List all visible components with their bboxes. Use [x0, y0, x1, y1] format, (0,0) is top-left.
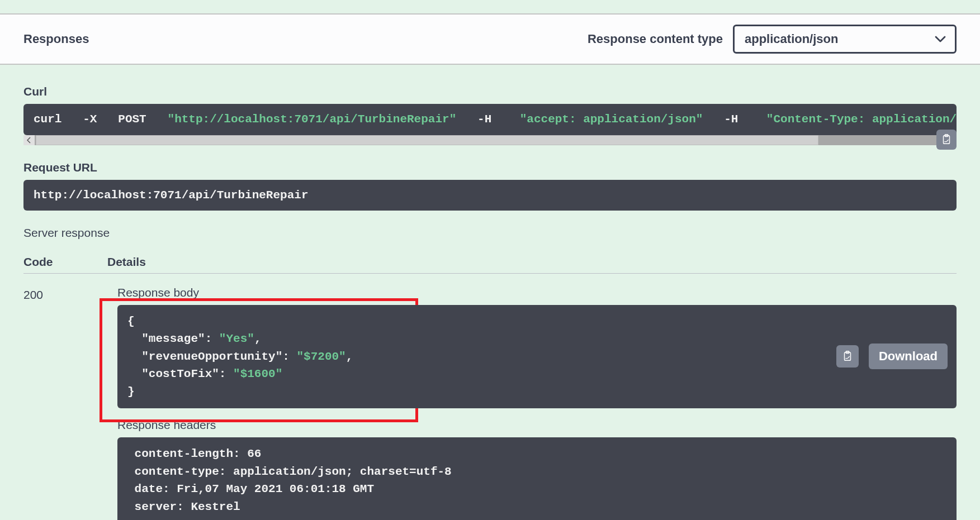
- chevron-down-icon: [935, 32, 946, 46]
- download-button[interactable]: Download: [869, 344, 948, 369]
- copy-curl-button[interactable]: [936, 130, 957, 150]
- copy-body-button[interactable]: [836, 345, 859, 368]
- response-table-head: Code Details: [23, 255, 957, 274]
- scrollbar-thumb[interactable]: [36, 135, 818, 145]
- curl-method: POST: [118, 113, 146, 126]
- status-code: 200: [23, 286, 107, 521]
- response-headers-block: content-length: 66 content-type: applica…: [117, 437, 957, 520]
- curl-cmd: curl: [34, 113, 61, 126]
- response-body-highlight-frame: Response body: [107, 286, 957, 299]
- response-row-200: 200 Response body { "message": "Yes", "r…: [23, 286, 957, 521]
- content-type-label: Response content type: [588, 32, 723, 46]
- response-body-text: { "message": "Yes", "revenueOpportunity"…: [117, 305, 836, 409]
- response-headers-label: Response headers: [117, 418, 957, 432]
- details-column: Response body { "message": "Yes", "reven…: [107, 286, 957, 521]
- curl-flag-x: -X: [83, 113, 97, 126]
- request-url-block: http://localhost:7071/api/TurbineRepair: [23, 180, 957, 211]
- details-column-header: Details: [107, 255, 957, 269]
- content-area: Curl curl -X POST "http://localhost:7071…: [0, 65, 980, 520]
- curl-section: curl -X POST "http://localhost:7071/api/…: [23, 104, 957, 145]
- content-type-select[interactable]: application/json: [733, 25, 957, 54]
- clipboard-icon: [940, 133, 953, 146]
- curl-flag-h1: -H: [477, 113, 491, 126]
- response-body-actions: Download: [836, 344, 957, 369]
- curl-url: "http://localhost:7071/api/TurbineRepair…: [168, 113, 457, 126]
- curl-content-type: "Content-Type: application/json": [766, 113, 957, 126]
- curl-flag-h2: -H: [724, 113, 738, 126]
- content-type-value: application/json: [745, 32, 838, 46]
- response-table: Code Details 200 Response body { "messag…: [23, 255, 957, 521]
- scrollbar-left-arrow[interactable]: [23, 135, 35, 145]
- request-url-label: Request URL: [23, 161, 957, 174]
- code-column-header: Code: [23, 255, 107, 269]
- responses-title: Responses: [23, 32, 89, 46]
- response-body-block: { "message": "Yes", "revenueOpportunity"…: [117, 305, 957, 409]
- curl-command-block: curl -X POST "http://localhost:7071/api/…: [23, 104, 957, 135]
- clipboard-icon: [841, 350, 854, 362]
- content-type-group: Response content type application/json: [588, 25, 957, 54]
- curl-label: Curl: [23, 85, 957, 98]
- server-response-label: Server response: [23, 226, 957, 240]
- response-body-label: Response body: [117, 286, 957, 299]
- curl-accept: "accept: application/json": [520, 113, 703, 126]
- responses-header: Responses Response content type applicat…: [0, 13, 980, 65]
- curl-scrollbar[interactable]: [23, 135, 957, 145]
